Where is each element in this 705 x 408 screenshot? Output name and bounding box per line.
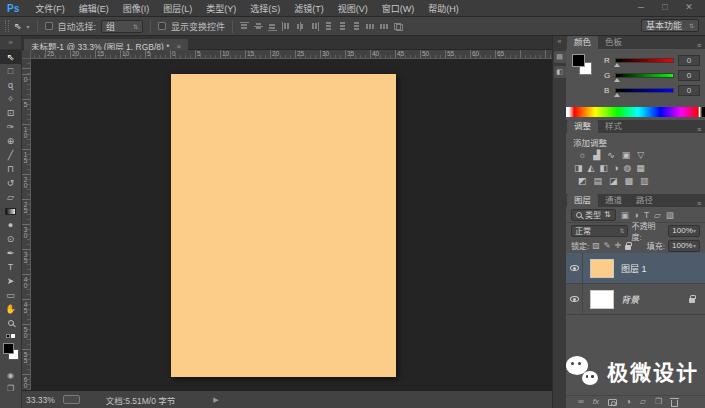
slider-knob-icon[interactable] xyxy=(614,78,620,82)
spot-healing-brush-tool[interactable]: ⊕ xyxy=(0,134,21,148)
slider-knob-icon[interactable] xyxy=(614,63,620,67)
tab-paths[interactable]: 路径 xyxy=(629,194,660,207)
menu-item-帮助[interactable]: 帮助(H) xyxy=(421,4,466,14)
lasso-tool[interactable]: ɋ xyxy=(0,78,21,92)
exposure-icon[interactable]: ▣ xyxy=(622,150,631,160)
default-swap-colors[interactable] xyxy=(0,330,21,341)
distribute-left-edges-icon[interactable] xyxy=(366,22,375,31)
tab-adjustments[interactable]: 调整 xyxy=(567,120,598,133)
quick-mask-button[interactable]: ◉ xyxy=(0,369,21,382)
selective-color-icon[interactable]: ▥ xyxy=(640,176,649,186)
align-vertical-centers-icon[interactable] xyxy=(254,22,263,31)
new-layer-icon[interactable]: ❐ xyxy=(655,397,662,407)
filter-adjustment-layers-icon[interactable]: ◑ xyxy=(634,210,639,220)
color-spectrum-bar[interactable] xyxy=(566,107,705,117)
vibrance-icon[interactable]: ▽ xyxy=(637,150,644,160)
layer-visibility-cell[interactable] xyxy=(566,284,583,314)
invert-icon[interactable]: ◩ xyxy=(578,176,587,186)
layer-thumbnail[interactable] xyxy=(590,290,614,309)
align-right-edges-icon[interactable] xyxy=(310,22,319,31)
panel-menu-icon[interactable]: ≡ xyxy=(697,126,705,133)
rectangle-tool[interactable]: ▭ xyxy=(0,288,21,302)
channel-value[interactable]: 0 xyxy=(678,70,700,81)
show-transform-checkbox[interactable] xyxy=(158,22,166,30)
align-left-edges-icon[interactable] xyxy=(282,22,291,31)
eye-icon[interactable] xyxy=(570,296,579,302)
black-white-icon[interactable]: ◧ xyxy=(599,163,608,173)
crop-tool[interactable]: ⊡ xyxy=(0,106,21,120)
menu-item-编辑[interactable]: 编辑(E) xyxy=(72,4,116,14)
close-button[interactable]: ✕ xyxy=(677,0,701,15)
status-options-arrow-icon[interactable]: ▶ xyxy=(213,396,218,404)
default-colors-icon[interactable] xyxy=(6,334,10,338)
history-brush-tool[interactable]: ↺ xyxy=(0,176,21,190)
panel-menu-icon[interactable]: ≡ xyxy=(697,200,705,207)
hand-tool[interactable]: ✋ xyxy=(0,302,21,316)
color-lookup-icon[interactable]: ▦ xyxy=(636,163,645,173)
filter-shape-layers-icon[interactable]: ▱ xyxy=(654,210,661,220)
path-selection-tool[interactable]: ➤ xyxy=(0,274,21,288)
menu-item-类型[interactable]: 类型(Y) xyxy=(199,4,243,14)
opacity-value[interactable]: 100% ▾ xyxy=(668,225,700,237)
layer-visibility-cell[interactable] xyxy=(566,253,583,283)
fill-value[interactable]: 100% ▾ xyxy=(668,240,700,252)
levels-icon[interactable]: ▟ xyxy=(593,150,600,160)
swap-colors-icon[interactable] xyxy=(11,334,15,338)
layer-filter-dropdown[interactable]: 类型 ⇅ xyxy=(571,209,616,221)
tab-swatches[interactable]: 色板 xyxy=(598,36,629,49)
rectangular-marquee-tool[interactable]: □ xyxy=(0,64,21,78)
new-group-icon[interactable]: ▱ xyxy=(640,397,646,407)
screen-mode-button[interactable]: ❐ xyxy=(0,382,21,395)
layer-name[interactable]: 背景 xyxy=(621,293,639,306)
canvas[interactable] xyxy=(171,74,396,377)
tool-preset-arrow-icon[interactable]: ▾ xyxy=(27,23,30,30)
color-balance-icon[interactable]: ◭ xyxy=(588,163,595,173)
menu-item-窗口[interactable]: 窗口(W) xyxy=(375,4,422,14)
align-horizontal-centers-icon[interactable] xyxy=(296,22,305,31)
tab-layers[interactable]: 图层 xyxy=(567,194,598,207)
distribute-top-edges-icon[interactable] xyxy=(324,22,333,31)
tab-styles[interactable]: 样式 xyxy=(598,120,629,133)
add-layer-mask-icon[interactable] xyxy=(608,399,617,406)
layer-thumbnail[interactable] xyxy=(590,259,614,278)
tab-channels[interactable]: 通道 xyxy=(598,194,629,207)
maximize-button[interactable]: □ xyxy=(653,0,677,15)
distribute-horizontal-centers-icon[interactable] xyxy=(380,22,389,31)
clone-stamp-tool[interactable]: ⊓ xyxy=(0,162,21,176)
brightness-contrast-icon[interactable]: ☼ xyxy=(578,150,586,160)
move-tool[interactable]: ⇖ xyxy=(0,50,21,64)
layer-row[interactable]: 图层 1 xyxy=(566,253,705,284)
channel-value[interactable]: 0 xyxy=(678,85,700,96)
auto-select-dropdown[interactable]: 组 ⇅ xyxy=(101,20,143,33)
menu-item-滤镜[interactable]: 滤镜(T) xyxy=(287,4,331,14)
brush-tool[interactable]: ╱ xyxy=(0,148,21,162)
type-tool[interactable]: T xyxy=(0,260,21,274)
blur-tool[interactable]: ● xyxy=(0,218,21,232)
dodge-tool[interactable]: ⊙ xyxy=(0,232,21,246)
channel-slider[interactable] xyxy=(615,58,674,63)
tab-color[interactable]: 颜色 xyxy=(567,36,598,49)
filter-pixel-layers-icon[interactable]: ▣ xyxy=(621,210,629,220)
menu-item-视图[interactable]: 视图(V) xyxy=(331,4,375,14)
link-layers-icon[interactable]: ∞ xyxy=(578,397,584,407)
eraser-tool[interactable]: ▱ xyxy=(0,190,21,204)
minimize-button[interactable]: ─ xyxy=(629,0,653,15)
channel-slider[interactable] xyxy=(615,73,674,78)
eyedropper-tool[interactable]: ✑ xyxy=(0,120,21,134)
menu-item-图层[interactable]: 图层(L) xyxy=(156,4,199,14)
align-bottom-edges-icon[interactable] xyxy=(268,22,277,31)
toolbar-collapse-icon[interactable]: » xyxy=(0,36,21,50)
zoom-level[interactable]: 33.33% xyxy=(26,395,55,405)
layer-name[interactable]: 图层 1 xyxy=(621,262,647,275)
gradient-tool[interactable] xyxy=(0,204,21,218)
dock-collapse-icon[interactable]: « xyxy=(553,36,566,48)
lock-all-icon[interactable] xyxy=(625,245,631,250)
new-adjustment-layer-icon[interactable]: ◑ xyxy=(626,397,631,407)
lock-transparency-icon[interactable]: ▨ xyxy=(592,241,600,250)
slider-knob-icon[interactable] xyxy=(614,93,620,97)
menu-item-选择[interactable]: 选择(S) xyxy=(243,4,287,14)
blend-mode-dropdown[interactable]: 正常 ⇅ xyxy=(571,225,628,237)
distribute-bottom-edges-icon[interactable] xyxy=(352,22,361,31)
curves-icon[interactable]: ∿ xyxy=(607,150,615,160)
threshold-icon[interactable]: ◪ xyxy=(609,176,618,186)
